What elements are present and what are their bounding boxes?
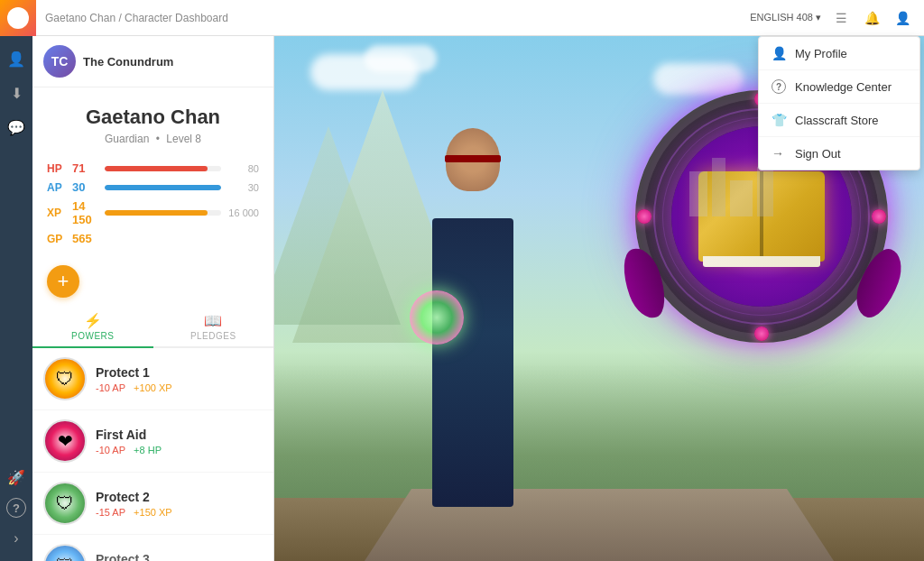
hp-max: 80 (226, 163, 259, 174)
list-item[interactable]: 🛡 Protect 3 -20 AP +200 XP (32, 535, 273, 561)
character-tabs: ⚡ POWERS 📖 PLEDGES (32, 305, 273, 348)
hp-current: 71 (72, 161, 99, 175)
ap-row: AP 30 30 (47, 180, 259, 194)
character-info: Gaetano Chan Guardian • Level 8 (32, 87, 273, 154)
topbar-icons: ☰ 🔔 👤 (828, 5, 924, 31)
hp-bar-wrap (105, 166, 221, 171)
xp-max: 16 000 (226, 207, 259, 218)
power-name: Protect 1 (96, 365, 263, 380)
dropdown-menu: 👤 My Profile ? Knowledge Center 👕 Classc… (758, 36, 920, 170)
power-icon-protect2: 🛡 (43, 482, 87, 525)
sidebar-item-download[interactable]: ⬇ (3, 79, 30, 106)
gp-label: GP (47, 233, 67, 245)
store-icon: 👕 (772, 113, 786, 127)
char-headband (445, 155, 501, 162)
logo-inner (7, 7, 29, 29)
power-cost: -10 AP +8 HP (96, 445, 263, 455)
power-info-protect3: Protect 3 -20 AP +200 XP (96, 552, 263, 562)
power-cost-ap: -10 AP (96, 382, 125, 393)
classcraft-store-item[interactable]: 👕 Classcraft Store (759, 104, 919, 137)
breadcrumb-page: Character Dashboard (125, 12, 228, 24)
power-cost-ap: -10 AP (96, 445, 125, 455)
gem-left (637, 209, 651, 224)
character-level: Level 8 (166, 133, 201, 145)
list-item[interactable]: 🛡 Protect 1 -10 AP +100 XP (32, 348, 273, 410)
hp-row: HP 71 80 (47, 161, 259, 175)
sidebar-item-avatar[interactable]: 👤 (3, 45, 30, 72)
guild-name: The Conundrum (83, 55, 173, 69)
pledges-tab-icon: 📖 (157, 312, 271, 329)
sidebar-chevron-right-icon[interactable]: › (3, 525, 30, 552)
ap-bar (105, 185, 221, 190)
xp-row: XP 14 150 16 000 (47, 199, 259, 226)
list-item[interactable]: 🛡 Protect 2 -15 AP +150 XP (32, 473, 273, 535)
xp-bar-wrap (105, 210, 221, 216)
menu-icon[interactable]: ☰ (828, 5, 854, 31)
breadcrumb: Gaetano Chan / Character Dashboard (36, 12, 750, 24)
knowledge-center-icon: ? (772, 79, 786, 94)
powers-list: 🛡 Protect 1 -10 AP +100 XP ❤ First Aid -… (32, 348, 273, 561)
powers-tab[interactable]: ⚡ POWERS (32, 305, 153, 348)
xp-bar (105, 210, 208, 216)
ap-label: AP (47, 181, 67, 194)
foliage-bg (274, 363, 924, 507)
gp-current: 565 (72, 232, 99, 245)
breadcrumb-user[interactable]: Gaetano Chan (45, 12, 116, 24)
list-item[interactable]: ❤ First Aid -10 AP +8 HP (32, 410, 273, 473)
profile-icon: 👤 (772, 46, 786, 60)
character-figure (392, 128, 554, 507)
power-cost-xp: +150 XP (134, 507, 172, 518)
power-cost-ap: -15 AP (96, 507, 125, 518)
left-sidebar: 👤 ⬇ 💬 🚀 ? › (0, 36, 32, 561)
pledges-tab[interactable]: 📖 PLEDGES (153, 305, 274, 346)
power-icon-firstaid: ❤ (43, 419, 87, 463)
power-cost: -10 AP +100 XP (96, 382, 263, 393)
hp-label: HP (47, 162, 67, 175)
sidebar-item-chat[interactable]: 💬 (3, 114, 30, 141)
xp-label: XP (47, 207, 67, 219)
app-logo[interactable] (0, 0, 36, 36)
power-name: Protect 2 (96, 490, 263, 504)
power-cost-hp: +8 HP (134, 445, 162, 455)
char-body (432, 218, 513, 507)
gem-bottom (754, 326, 769, 341)
sign-out-icon: → (772, 146, 786, 161)
character-panel: TC The Conundrum Gaetano Chan Guardian •… (32, 36, 274, 561)
avatar: TC (43, 45, 76, 78)
pledges-tab-label: PLEDGES (190, 331, 236, 341)
my-profile-item[interactable]: 👤 My Profile (759, 37, 919, 70)
ap-max: 30 (226, 182, 259, 193)
cloud-2 (365, 45, 437, 72)
ap-current: 30 (72, 180, 99, 194)
power-info-firstaid: First Aid -10 AP +8 HP (96, 428, 263, 455)
user-profile-icon[interactable]: 👤 (890, 5, 915, 31)
knowledge-center-item[interactable]: ? Knowledge Center (759, 70, 919, 104)
sidebar-item-help[interactable]: ? (6, 498, 26, 518)
classcraft-store-label: Classcraft Store (795, 114, 878, 127)
power-name: First Aid (96, 428, 263, 442)
hp-bar (105, 166, 208, 171)
gp-row: GP 565 (47, 232, 259, 245)
character-header: TC The Conundrum (32, 36, 273, 87)
power-cost-xp: +100 XP (134, 382, 172, 393)
subtitle-dot: • (156, 133, 160, 145)
topbar: Gaetano Chan / Character Dashboard ENGLI… (0, 0, 924, 36)
language-selector[interactable]: ENGLISH 408 ▾ (750, 12, 828, 23)
powers-tab-icon: ⚡ (36, 312, 150, 329)
sidebar-item-rocket[interactable]: 🚀 (3, 464, 30, 491)
sign-out-item[interactable]: → Sign Out (759, 137, 919, 170)
power-icon-protect1: 🛡 (43, 357, 87, 400)
gem-right (872, 209, 886, 224)
power-info-protect2: Protect 2 -15 AP +150 XP (96, 490, 263, 518)
powers-tab-label: POWERS (71, 331, 114, 341)
xp-current: 14 150 (72, 199, 99, 226)
my-profile-label: My Profile (795, 47, 847, 60)
power-cost: -15 AP +150 XP (96, 507, 263, 518)
power-icon-protect3: 🛡 (43, 544, 87, 561)
add-power-button[interactable]: + (47, 265, 79, 298)
notification-icon[interactable]: 🔔 (859, 5, 884, 31)
power-info-protect1: Protect 1 -10 AP +100 XP (96, 365, 263, 393)
energy-orb (410, 290, 464, 345)
character-class: Guardian (105, 133, 149, 145)
ap-bar-wrap (105, 185, 221, 190)
